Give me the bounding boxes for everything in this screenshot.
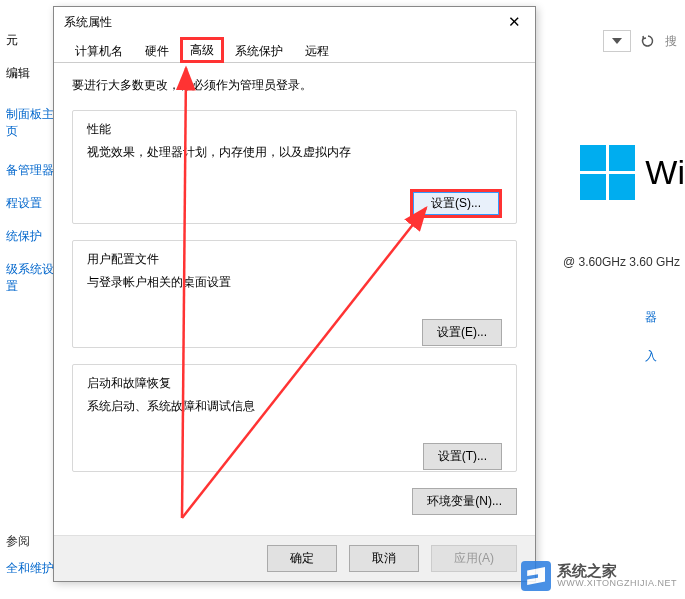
watermark-logo-icon <box>521 561 551 591</box>
dialog-footer: 确定 取消 应用(A) <box>54 535 535 581</box>
admin-required-msg: 要进行大多数更改，你必须作为管理员登录。 <box>72 77 517 94</box>
sidebar-item-1[interactable]: 备管理器 <box>0 154 60 187</box>
dialog-tabs: 计算机名 硬件 高级 系统保护 远程 <box>54 37 535 63</box>
windows-logo: Wi <box>580 145 685 200</box>
dialog-titlebar: 系统属性 ✕ <box>54 7 535 37</box>
sidebar-item-4[interactable]: 级系统设置 <box>0 253 60 303</box>
menu-edit[interactable]: 编辑 <box>0 57 60 90</box>
bg-right-misc: 器 入 <box>645 309 685 387</box>
sidebar-item-2[interactable]: 程设置 <box>0 187 60 220</box>
dialog-title: 系统属性 <box>64 15 112 29</box>
cpu-ghz-text: @ 3.60GHz 3.60 GHz <box>563 255 680 269</box>
group-user-profile: 用户配置文件 与登录帐户相关的桌面设置 设置(E)... <box>72 240 517 348</box>
bottom-left-links: 参阅 全和维护 <box>6 533 54 577</box>
refresh-icon[interactable] <box>637 30 659 52</box>
group-performance: 性能 视觉效果，处理器计划，内存使用，以及虚拟内存 设置(S)... <box>72 110 517 224</box>
background-left-panel: 元 编辑 制面板主页 备管理器 程设置 统保护 级系统设置 <box>0 0 60 599</box>
windows-text: Wi <box>645 153 685 192</box>
bg-top-char: 元 <box>0 0 60 57</box>
close-icon[interactable]: ✕ <box>501 12 527 32</box>
startup-legend: 启动和故障恢复 <box>87 376 171 390</box>
tab-remote[interactable]: 远程 <box>294 37 340 62</box>
user-profile-settings-button[interactable]: 设置(E)... <box>422 319 502 346</box>
see-also-label: 参阅 <box>6 533 54 550</box>
group-startup-recovery: 启动和故障恢复 系统启动、系统故障和调试信息 设置(T)... <box>72 364 517 472</box>
security-maintenance-link[interactable]: 全和维护 <box>6 560 54 577</box>
startup-desc: 系统启动、系统故障和调试信息 <box>87 398 502 415</box>
sidebar-item-0[interactable]: 制面板主页 <box>0 98 60 148</box>
tab-hardware[interactable]: 硬件 <box>134 37 180 62</box>
tab-computer-name[interactable]: 计算机名 <box>64 37 134 62</box>
startup-settings-button[interactable]: 设置(T)... <box>423 443 502 470</box>
watermark-text-url: WWW.XITONGZHIJIA.NET <box>557 579 677 589</box>
tab-system-protection[interactable]: 系统保护 <box>224 37 294 62</box>
watermark-text-cn: 系统之家 <box>557 563 677 580</box>
performance-legend: 性能 <box>87 122 111 136</box>
windows-logo-icon <box>580 145 635 200</box>
watermark: 系统之家 WWW.XITONGZHIJIA.NET <box>521 561 677 591</box>
sidebar-item-3[interactable]: 统保护 <box>0 220 60 253</box>
apply-button[interactable]: 应用(A) <box>431 545 517 572</box>
dropdown-arrow-icon[interactable] <box>603 30 631 52</box>
tab-advanced[interactable]: 高级 <box>180 37 224 63</box>
system-properties-dialog: 系统属性 ✕ 计算机名 硬件 高级 系统保护 远程 要进行大多数更改，你必须作为… <box>53 6 536 582</box>
cancel-button[interactable]: 取消 <box>349 545 419 572</box>
dialog-body: 要进行大多数更改，你必须作为管理员登录。 性能 视觉效果，处理器计划，内存使用，… <box>54 63 535 525</box>
ok-button[interactable]: 确定 <box>267 545 337 572</box>
background-right-area: 搜 Wi @ 3.60GHz 3.60 GHz 器 入 <box>535 0 685 599</box>
user-profile-legend: 用户配置文件 <box>87 252 159 266</box>
user-profile-desc: 与登录帐户相关的桌面设置 <box>87 274 502 291</box>
search-label: 搜 <box>665 33 677 50</box>
performance-desc: 视觉效果，处理器计划，内存使用，以及虚拟内存 <box>87 144 502 161</box>
environment-variables-button[interactable]: 环境变量(N)... <box>412 488 517 515</box>
performance-settings-button[interactable]: 设置(S)... <box>410 189 502 218</box>
